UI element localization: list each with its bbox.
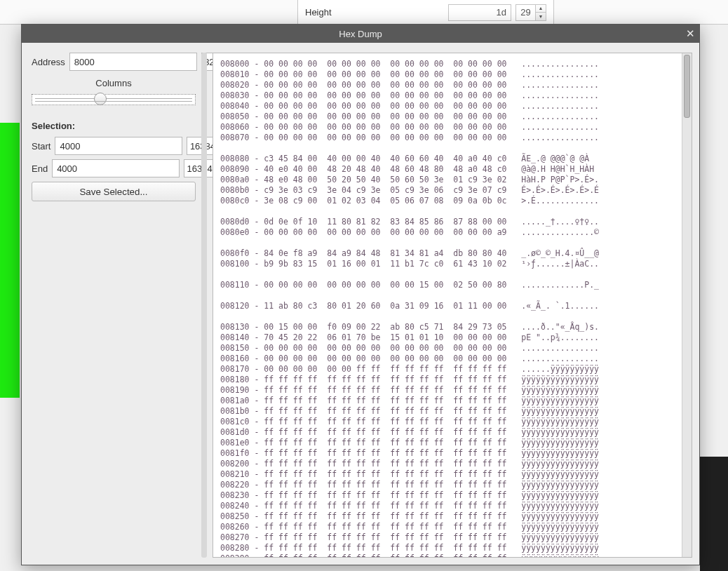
parent-height-row: Height ▲ ▼ <box>297 0 554 25</box>
end-dec-input[interactable] <box>184 159 215 177</box>
controls-panel: Address ▲ ▼ Columns Selection: Start <box>32 53 196 558</box>
parent-height-dec-input[interactable] <box>515 4 535 21</box>
parent-green-strip <box>0 123 20 398</box>
save-selected-button[interactable]: Save Selected... <box>32 182 196 201</box>
slider-thumb[interactable] <box>94 93 107 105</box>
parent-height-label: Height <box>305 7 448 18</box>
hex-dump-view[interactable]: 008000 - 00 00 00 00 00 00 00 00 00 00 0… <box>213 53 692 558</box>
close-icon: ✕ <box>686 27 695 40</box>
parent-height-spinner[interactable]: ▲ ▼ <box>535 4 546 21</box>
start-label: Start <box>32 141 50 152</box>
parent-height-hex-input[interactable] <box>448 4 511 21</box>
start-hex-input[interactable] <box>55 137 182 155</box>
scrollbar-vertical[interactable] <box>682 53 692 557</box>
columns-label: Columns <box>32 78 196 88</box>
scrollbar-thumb[interactable] <box>684 55 690 118</box>
selection-heading: Selection: <box>32 121 196 131</box>
address-hex-input[interactable] <box>69 53 197 71</box>
parent-dark-strip <box>700 457 728 571</box>
close-button[interactable]: ✕ <box>682 26 698 41</box>
splitter-handle[interactable] <box>201 53 207 558</box>
columns-slider[interactable] <box>32 94 196 105</box>
hex-dump-dialog: Hex Dump ✕ Address ▲ ▼ Columns <box>21 24 700 565</box>
dialog-title: Hex Dump <box>339 29 382 39</box>
dialog-titlebar[interactable]: Hex Dump ✕ <box>22 25 699 43</box>
end-label: End <box>32 163 48 174</box>
hex-dump-content: 008000 - 00 00 00 00 00 00 00 00 00 00 0… <box>213 53 692 557</box>
chevron-down-icon[interactable]: ▼ <box>536 13 546 20</box>
chevron-up-icon[interactable]: ▲ <box>536 5 546 13</box>
address-label: Address <box>32 57 65 67</box>
end-hex-input[interactable] <box>52 159 180 177</box>
